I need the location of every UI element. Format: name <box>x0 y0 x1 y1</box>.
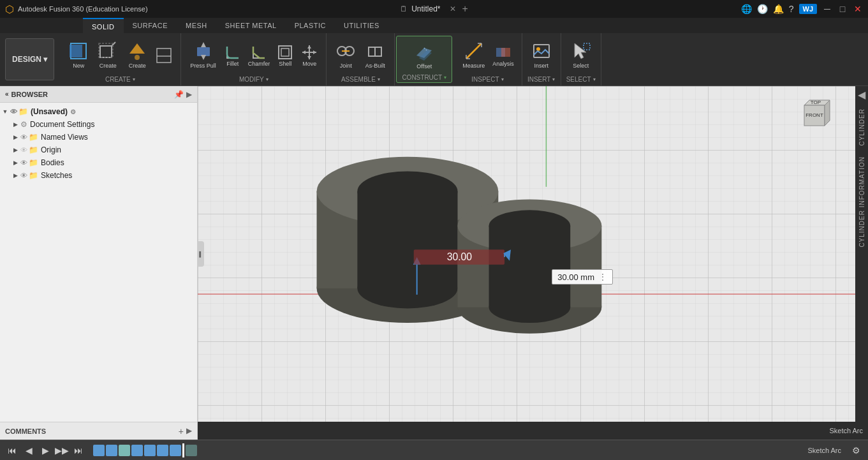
measure-icon <box>464 41 484 61</box>
tl-settings-btn[interactable]: ⚙ <box>849 443 863 457</box>
chamfer-btn[interactable]: Chamfer <box>246 43 273 68</box>
sketches-arrow: ▶ <box>10 172 20 179</box>
measure-btn[interactable]: Measure <box>459 38 489 72</box>
collapse-all-icon[interactable]: « <box>5 91 9 98</box>
sidebar-pin-btn[interactable]: 📌 <box>174 90 184 99</box>
comments-label: COMMENTS <box>5 427 46 435</box>
group-select: Select SELECT▾ <box>561 33 601 85</box>
create-form-btn[interactable]: Create <box>123 38 151 72</box>
modify-label[interactable]: MODIFY▾ <box>239 76 268 83</box>
viewcube-svg: TOP FRONT <box>791 91 837 137</box>
tab-solid[interactable]: SOLID <box>83 18 124 33</box>
viewport[interactable]: 30.00 30.00 mm ⋮ TOP FRONT <box>198 86 855 422</box>
dim-options-btn[interactable]: ⋮ <box>598 272 607 282</box>
minimize-btn[interactable]: ─ <box>822 4 832 14</box>
tl-next-all-btn[interactable]: ⏭ <box>71 443 85 457</box>
collapse-handle[interactable]: ▌ <box>198 241 204 267</box>
tl-step-3[interactable] <box>119 445 130 456</box>
origin-label: Origin <box>38 145 61 154</box>
network-icon: 🌐 <box>741 4 752 14</box>
svg-rect-2 <box>100 46 112 57</box>
select-btn[interactable]: Select <box>567 38 595 72</box>
insert-image-btn[interactable]: Insert <box>527 38 555 72</box>
tl-step-2[interactable] <box>106 445 117 456</box>
svg-text:TOP: TOP <box>811 100 821 105</box>
eye-icon-sketches[interactable]: 👁 <box>20 172 27 179</box>
design-dropdown[interactable]: DESIGN ▾ <box>5 38 54 80</box>
tab-mesh[interactable]: MESH <box>177 18 216 33</box>
close-doc-btn[interactable]: ✕ <box>450 4 456 13</box>
tl-step-8[interactable] <box>186 445 197 456</box>
eye-icon-named[interactable]: 👁 <box>20 133 27 141</box>
interference-icon <box>495 44 511 61</box>
press-pull-btn[interactable]: Press Pull <box>186 38 220 72</box>
maximize-btn[interactable]: □ <box>837 4 848 14</box>
doc-settings-arrow: ▶ <box>10 121 20 128</box>
tl-step-1[interactable] <box>93 445 105 456</box>
eye-icon[interactable]: 👁 <box>10 108 17 115</box>
insert-label[interactable]: INSERT▾ <box>527 76 555 83</box>
shell-btn[interactable]: Shell <box>274 43 297 68</box>
new-component-icon <box>68 41 89 61</box>
select-label-text[interactable]: SELECT▾ <box>566 76 596 83</box>
group-modify: Press Pull Fillet Chamfer <box>181 33 327 85</box>
tl-step-4[interactable] <box>131 445 143 456</box>
doc-title: Untitled* <box>411 4 440 13</box>
inspect-label[interactable]: INSPECT▾ <box>471 76 503 83</box>
svg-marker-10 <box>201 42 206 47</box>
add-doc-btn[interactable]: + <box>462 3 468 15</box>
viewcube[interactable]: TOP FRONT <box>791 91 837 137</box>
dimension-popup[interactable]: 30.00 mm ⋮ <box>552 269 613 285</box>
create-sketch-btn[interactable]: Create <box>94 38 122 72</box>
assemble-label[interactable]: ASSEMBLE▾ <box>341 76 380 83</box>
tl-cursor <box>182 443 184 457</box>
root-icons: 👁 📁 <box>10 107 28 116</box>
add-comment-btn[interactable]: + <box>179 426 184 436</box>
create-form-label: Create <box>129 63 146 70</box>
sidebar-collapse-btn[interactable]: ▶ <box>186 90 192 99</box>
tab-utilities[interactable]: UTILITIES <box>335 18 388 33</box>
chamfer-label: Chamfer <box>248 61 270 67</box>
tl-next-btn[interactable]: ▶▶ <box>55 443 69 457</box>
tree-item-doc-settings[interactable]: ▶ ⚙ Document Settings <box>0 118 197 131</box>
3d-model[interactable]: 30.00 <box>198 86 855 422</box>
interference-btn[interactable]: Analysis <box>490 43 517 68</box>
tree-item-named-views[interactable]: ▶ 👁 📁 Named Views <box>0 131 197 144</box>
comments-pin-btn[interactable]: ▶ <box>186 426 192 436</box>
as-built-btn[interactable]: As-Built <box>361 38 389 72</box>
unsaved-options-icon[interactable]: ⚙ <box>70 108 76 115</box>
offset-plane-btn[interactable]: Offset <box>410 39 438 73</box>
construct-label[interactable]: CONSTRUCT▾ <box>402 74 446 81</box>
move-btn[interactable]: Move <box>298 43 321 68</box>
modify-buttons: Press Pull Fillet Chamfer <box>186 36 321 75</box>
svg-rect-49 <box>357 191 457 288</box>
tl-step-7[interactable] <box>170 445 181 456</box>
tl-step-5[interactable] <box>144 445 156 456</box>
tab-plastic[interactable]: PLASTIC <box>286 18 335 33</box>
close-btn[interactable]: ✕ <box>853 4 863 14</box>
new-component-btn[interactable]: New <box>64 38 92 72</box>
ribbon-content: DESIGN ▾ New Create <box>0 33 868 85</box>
create-label[interactable]: CREATE▾ <box>105 76 135 83</box>
tl-prev-all-btn[interactable]: ⏮ <box>5 443 19 457</box>
right-panel-arrow[interactable]: ◀ <box>855 86 868 103</box>
tree-item-bodies[interactable]: ▶ 👁 📁 Bodies <box>0 156 197 169</box>
tl-play-btn[interactable]: ▶ <box>38 443 52 457</box>
tl-step-6[interactable] <box>157 445 168 456</box>
eye-off-icon[interactable]: 👁 <box>20 146 27 154</box>
tab-surface[interactable]: SURFACE <box>124 18 177 33</box>
tab-sheet-metal[interactable]: SHEET METAL <box>216 18 286 33</box>
assemble-buttons: Joint As-Built <box>332 36 389 75</box>
construction-btn[interactable] <box>152 46 175 65</box>
eye-icon-bodies[interactable]: 👁 <box>20 159 27 167</box>
tree-item-sketches[interactable]: ▶ 👁 📁 Sketches <box>0 169 197 182</box>
tree-item-root[interactable]: ▼ 👁 📁 (Unsaved) ⚙ <box>0 105 197 118</box>
user-badge[interactable]: WJ <box>799 4 818 14</box>
ribbon-tabs: SOLID SURFACE MESH SHEET METAL PLASTIC U… <box>0 18 868 33</box>
svg-text:30.00: 30.00 <box>447 251 473 262</box>
main-area: « BROWSER 📌 ▶ ▼ 👁 📁 (Unsaved) ⚙ ▶ <box>0 86 868 422</box>
tree-item-origin[interactable]: ▶ 👁 📁 Origin <box>0 144 197 156</box>
joint-btn[interactable]: Joint <box>332 38 360 72</box>
tl-prev-btn[interactable]: ◀ <box>22 443 36 457</box>
fillet-btn[interactable]: Fillet <box>221 43 244 68</box>
